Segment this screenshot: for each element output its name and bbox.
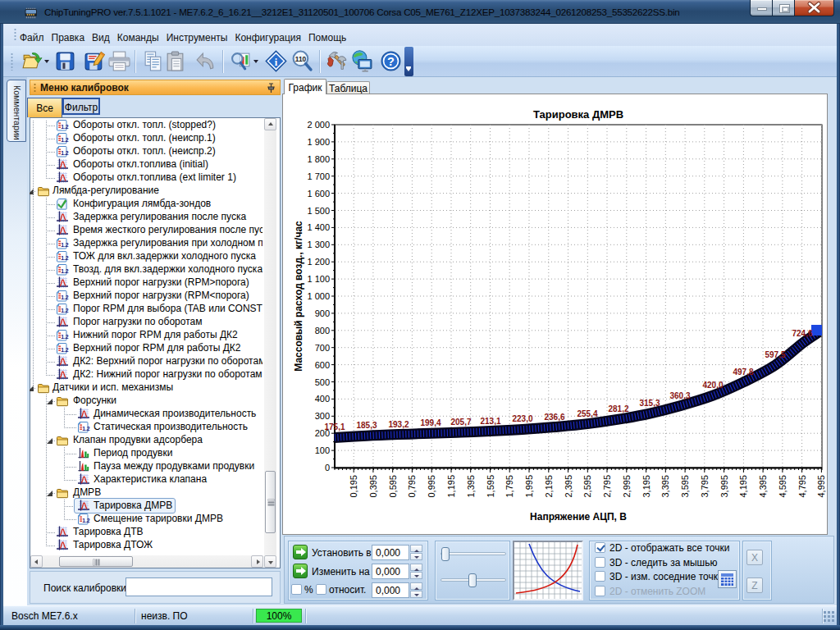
svg-text:3,995: 3,995 xyxy=(719,475,729,498)
svg-text:175,1: 175,1 xyxy=(324,422,345,431)
svg-text:0,595: 0,595 xyxy=(388,475,398,498)
svg-text:4,995: 4,995 xyxy=(816,475,826,498)
svg-text:0,395: 0,395 xyxy=(368,475,378,498)
svg-text:100: 100 xyxy=(315,445,330,455)
svg-text:4,595: 4,595 xyxy=(778,475,788,498)
svg-text:1 200: 1 200 xyxy=(307,257,330,267)
svg-text:1 800: 1 800 xyxy=(307,154,330,164)
svg-text:2,395: 2,395 xyxy=(564,475,573,498)
svg-text:255,4: 255,4 xyxy=(577,409,597,418)
svg-text:0,195: 0,195 xyxy=(349,475,358,498)
svg-text:360,3: 360,3 xyxy=(669,391,690,400)
svg-text:193,2: 193,2 xyxy=(388,420,409,429)
svg-text:4,795: 4,795 xyxy=(797,475,807,498)
svg-text:2,995: 2,995 xyxy=(622,475,632,498)
svg-text:199,4: 199,4 xyxy=(420,418,441,427)
svg-text:Тарировка ДМРВ: Тарировка ДМРВ xyxy=(533,108,623,121)
svg-text:3,595: 3,595 xyxy=(680,475,690,498)
svg-text:2,795: 2,795 xyxy=(602,475,612,498)
svg-text:1,995: 1,995 xyxy=(524,475,534,498)
svg-text:Напряжение АЦП, В: Напряжение АЦП, В xyxy=(530,511,627,523)
svg-text:1 100: 1 100 xyxy=(307,274,330,284)
svg-text:500: 500 xyxy=(315,377,330,387)
svg-text:597,5: 597,5 xyxy=(765,350,785,359)
svg-text:4,395: 4,395 xyxy=(758,475,768,498)
svg-text:1 500: 1 500 xyxy=(307,206,330,216)
svg-text:3,795: 3,795 xyxy=(700,475,710,498)
svg-text:?: ? xyxy=(387,55,395,68)
svg-text:213,1: 213,1 xyxy=(480,417,500,426)
svg-text:2 000: 2 000 xyxy=(307,120,330,130)
svg-text:i: i xyxy=(275,57,278,68)
svg-text:300: 300 xyxy=(315,411,330,421)
svg-text:2,595: 2,595 xyxy=(582,475,592,498)
svg-text:Массовый расход возд., кг/час: Массовый расход возд., кг/час xyxy=(293,221,304,372)
svg-text:1 600: 1 600 xyxy=(307,189,330,199)
svg-text:205,7: 205,7 xyxy=(450,418,471,427)
svg-text:236,6: 236,6 xyxy=(544,413,564,422)
svg-text:1 900: 1 900 xyxy=(307,137,330,147)
svg-text:2,195: 2,195 xyxy=(544,475,554,498)
svg-text:1 700: 1 700 xyxy=(307,171,330,181)
svg-text:315,3: 315,3 xyxy=(639,399,660,408)
svg-text:600: 600 xyxy=(315,360,330,370)
svg-text:900: 900 xyxy=(315,308,330,318)
svg-text:3,395: 3,395 xyxy=(660,475,670,498)
svg-text:1,195: 1,195 xyxy=(446,475,456,498)
svg-text:0,795: 0,795 xyxy=(407,475,417,498)
svg-text:400: 400 xyxy=(315,394,330,404)
svg-text:1,795: 1,795 xyxy=(504,475,514,498)
svg-text:800: 800 xyxy=(315,326,330,336)
svg-text:724,6: 724,6 xyxy=(792,329,812,338)
svg-text:110: 110 xyxy=(295,55,307,63)
svg-text:1 000: 1 000 xyxy=(307,291,330,301)
svg-text:497,8: 497,8 xyxy=(733,368,753,377)
svg-text:700: 700 xyxy=(315,343,330,353)
svg-text:0,995: 0,995 xyxy=(427,475,436,498)
svg-text:281,2: 281,2 xyxy=(608,404,628,413)
svg-text:420,0: 420,0 xyxy=(702,381,723,390)
svg-text:3,195: 3,195 xyxy=(641,475,651,498)
svg-text:185,3: 185,3 xyxy=(356,421,377,430)
svg-text:1 400: 1 400 xyxy=(307,222,330,232)
svg-text:4,195: 4,195 xyxy=(738,475,748,498)
svg-text:1,595: 1,595 xyxy=(486,475,495,498)
svg-text:1,395: 1,395 xyxy=(466,475,476,498)
svg-text:1 300: 1 300 xyxy=(307,240,330,249)
svg-text:223,0: 223,0 xyxy=(512,414,532,423)
svg-text:0: 0 xyxy=(325,463,330,472)
